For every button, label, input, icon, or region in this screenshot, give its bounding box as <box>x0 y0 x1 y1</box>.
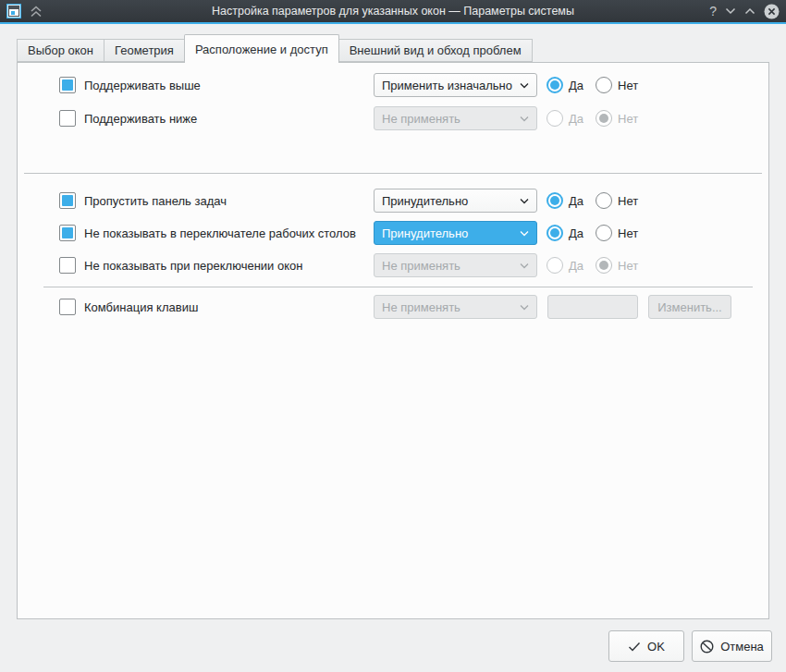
radio-group-skip-pager: Да Нет <box>547 221 638 245</box>
label-skip-pager[interactable]: Не показывать в переключателе рабочих ст… <box>84 226 356 241</box>
radio-skip-pager-yes[interactable]: Да <box>547 225 583 241</box>
dropdown-value: Применить изначально <box>382 79 512 92</box>
radio-group-skip-taskbar: Да Нет <box>547 189 638 213</box>
radio-icon <box>596 257 612 274</box>
radio-icon <box>596 225 612 241</box>
chevron-down-icon <box>520 263 529 269</box>
radio-skip-taskbar-yes[interactable]: Да <box>547 192 583 209</box>
dropdown-value: Не применять <box>382 112 461 126</box>
chevron-down-icon <box>520 230 529 237</box>
titlebar: Настройка параметров для указанных окон … <box>0 0 786 24</box>
tab-appearance-workarounds[interactable]: Внешний вид и обход проблем <box>338 39 533 62</box>
setting-row-keep-above: Поддерживать выше Применить изначально Д… <box>18 73 768 97</box>
chevron-down-icon <box>520 304 529 311</box>
dropdown-skip-switcher[interactable]: Не применять <box>374 253 537 277</box>
chevron-down-icon <box>520 82 529 89</box>
radio-icon <box>547 192 563 209</box>
radio-skip-switcher-no[interactable]: Нет <box>596 257 638 274</box>
cancel-label: Отмена <box>720 640 764 654</box>
window-rules-dialog: Настройка параметров для указанных окон … <box>0 0 786 672</box>
tab-label: Расположение и доступ <box>195 43 328 56</box>
tab-label: Выбор окон <box>28 43 93 57</box>
radio-icon <box>547 110 563 127</box>
dropdown-skip-taskbar[interactable]: Принудительно <box>374 189 537 213</box>
dropdown-value: Не применять <box>382 300 461 314</box>
change-shortcut-button[interactable]: Изменить... <box>648 295 731 319</box>
tab-arrangement-access[interactable]: Расположение и доступ <box>184 34 339 63</box>
radio-keep-above-yes[interactable]: Да <box>547 77 583 93</box>
radio-icon <box>547 225 563 241</box>
window-menu-icon[interactable] <box>6 4 21 18</box>
setting-row-keep-below: Поддерживать ниже Не применять Да Нет <box>18 106 768 130</box>
dropdown-value: Не применять <box>382 259 461 273</box>
label-shortcut[interactable]: Комбинация клавиш <box>84 299 198 315</box>
check-icon <box>628 641 641 652</box>
setting-row-skip-pager: Не показывать в переключателе рабочих ст… <box>18 221 768 245</box>
chevron-down-icon <box>520 198 529 204</box>
settings-panel: Поддерживать выше Применить изначально Д… <box>17 62 769 619</box>
chevron-down-icon <box>520 116 529 122</box>
radio-keep-below-no[interactable]: Нет <box>596 110 638 127</box>
radio-group-keep-below: Да Нет <box>547 106 638 130</box>
cancel-icon <box>700 640 714 654</box>
checkbox-skip-taskbar[interactable] <box>59 192 76 209</box>
setting-row-skip-switcher: Не показывать при переключении окон Не п… <box>18 253 768 277</box>
tab-label: Внешний вид и обход проблем <box>350 43 522 57</box>
minimize-icon[interactable] <box>725 7 736 15</box>
checkbox-skip-pager[interactable] <box>59 225 76 241</box>
close-icon[interactable] <box>764 4 780 19</box>
cancel-button[interactable]: Отмена <box>692 630 772 662</box>
dropdown-value: Принудительно <box>382 226 468 240</box>
ok-label: OK <box>647 640 665 654</box>
label-keep-below[interactable]: Поддерживать ниже <box>84 111 197 127</box>
radio-icon <box>547 257 563 274</box>
help-icon[interactable]: ? <box>709 5 717 18</box>
maximize-icon[interactable] <box>744 7 755 15</box>
radio-icon <box>596 77 612 93</box>
dropdown-skip-pager[interactable]: Принудительно <box>374 221 537 245</box>
label-skip-switcher[interactable]: Не показывать при переключении окон <box>84 258 302 274</box>
radio-group-keep-above: Да Нет <box>547 73 638 97</box>
radio-group-skip-switcher: Да Нет <box>547 253 638 277</box>
tab-geometry[interactable]: Геометрия <box>104 39 185 62</box>
separator <box>24 173 762 174</box>
dropdown-keep-below[interactable]: Не применять <box>374 106 537 130</box>
radio-icon <box>547 77 563 93</box>
dropdown-keep-above[interactable]: Применить изначально <box>374 73 537 97</box>
radio-icon <box>596 192 612 209</box>
radio-skip-pager-no[interactable]: Нет <box>596 225 638 241</box>
label-keep-above[interactable]: Поддерживать выше <box>84 78 201 93</box>
tab-label: Геометрия <box>115 43 174 57</box>
tab-window-matching[interactable]: Выбор окон <box>17 39 104 62</box>
dropdown-shortcut[interactable]: Не применять <box>374 295 537 319</box>
setting-row-skip-taskbar: Пропустить панель задач Принудительно Да… <box>18 189 768 213</box>
dropdown-value: Принудительно <box>382 194 468 208</box>
ok-button[interactable]: OK <box>608 630 684 662</box>
setting-row-shortcut: Комбинация клавиш Не применять Изменить.… <box>18 295 768 319</box>
radio-keep-above-no[interactable]: Нет <box>596 77 638 93</box>
radio-skip-switcher-yes[interactable]: Да <box>547 257 583 274</box>
separator <box>43 287 753 287</box>
shortcut-input[interactable] <box>547 295 638 319</box>
checkbox-skip-switcher[interactable] <box>59 257 76 274</box>
radio-keep-below-yes[interactable]: Да <box>547 110 583 127</box>
window-title: Настройка параметров для указанных окон … <box>0 5 786 18</box>
radio-skip-taskbar-no[interactable]: Нет <box>596 192 638 209</box>
tab-bar: Выбор окон Геометрия Расположение и дост… <box>17 34 532 63</box>
keep-above-icon[interactable] <box>30 6 43 18</box>
checkbox-keep-above[interactable] <box>59 77 76 93</box>
radio-icon <box>596 110 612 127</box>
checkbox-keep-below[interactable] <box>59 110 76 127</box>
checkbox-shortcut[interactable] <box>59 299 76 315</box>
label-skip-taskbar[interactable]: Пропустить панель задач <box>84 193 227 209</box>
